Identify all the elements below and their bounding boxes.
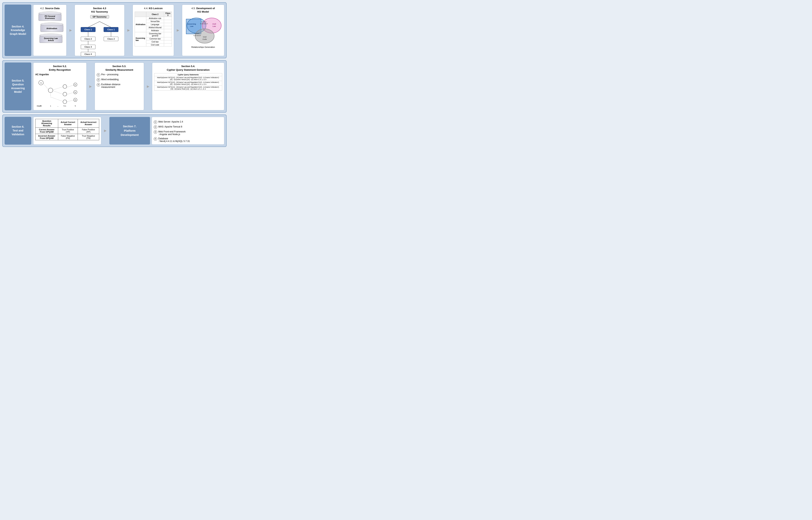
section-6-qa-table: QuestionAnsweringResults Actual CorrectA… xyxy=(33,117,101,145)
svg-text:Class 1: Class 1 xyxy=(84,28,92,31)
platform-items: ① Web Server: Apache 2.4 ② WAS: Apache T… xyxy=(154,121,222,142)
svg-text:t₁: t₁ xyxy=(75,84,76,85)
svg-text:Civil: Civil xyxy=(212,23,216,25)
svg-line-43 xyxy=(51,97,63,101)
lexicon-cell: Arbitrator xyxy=(146,29,164,32)
svg-text:Class 2: Class 2 xyxy=(107,38,115,40)
lexicon-cell xyxy=(164,17,172,20)
similarity-items: ① Pre – processing ② Word embedding ③ Eu… xyxy=(97,73,142,88)
row-section5: Section 5.QuestionAnsweringModel Section… xyxy=(2,60,227,112)
arrow-42-43: ► xyxy=(68,5,73,56)
section-53: Section 5.3.Similarity Measurement ① Pre… xyxy=(95,62,144,110)
section-52-title: Section 5.2.Entity Recognition xyxy=(35,64,84,72)
qa-row2-label: Incorrect AnswerFrom GPQAM xyxy=(35,134,58,140)
lexicon-table: Class 2 Class 3 Arbitration Arbitration … xyxy=(135,11,172,47)
section-45: 4.5. Development ofKG Model xyxy=(182,5,224,56)
section6-label: Section 6.Test andValidation xyxy=(5,117,31,145)
svg-point-35 xyxy=(63,100,67,104)
cypher-query-2: Match(a{name:'GP'})-[r1]→(b:{name:'Law a… xyxy=(154,81,222,85)
section-53-title: Section 5.3.Similarity Measurement xyxy=(97,64,142,72)
svg-text:Contain: Contain xyxy=(194,33,200,34)
lexicon-cell: Language xyxy=(146,23,164,26)
row-section4: Section 4. Knowledge Graph Model 4.2. So… xyxy=(2,2,227,58)
svg-text:Class 4: Class 4 xyxy=(84,53,92,55)
relationships-label: Relationships Generation xyxy=(191,46,215,48)
cypher-query-1: Match(a{name:'GP'})-[r1]→(b:{name:'Law a… xyxy=(154,76,222,81)
section4-label: Section 4. Knowledge Graph Model xyxy=(5,5,31,56)
svg-point-32 xyxy=(48,88,53,93)
svg-text:SubClassOf: SubClassOf xyxy=(193,35,201,36)
lexicon-cell: Arbitration rule xyxy=(146,17,164,20)
lexicon-cell: Arbitral tribunal xyxy=(146,26,164,29)
main-container: Section 4. Knowledge Graph Model 4.2. So… xyxy=(2,2,227,147)
sim-item-1: ① Pre – processing xyxy=(97,73,142,77)
sim-label-2: Word embedding xyxy=(101,78,119,81)
svg-point-34 xyxy=(63,92,67,96)
taxonomy-tree-svg: Class 1 Class 1 Class 2 Class 2 xyxy=(77,20,122,54)
svg-text:Governing: Governing xyxy=(187,23,196,25)
svg-text:Class 1: Class 1 xyxy=(107,28,115,31)
lexicon-cell xyxy=(164,32,172,37)
row3-content: QuestionAnsweringResults Actual CorrectA… xyxy=(33,117,224,145)
platform-item-1: ① Web Server: Apache 2.4 xyxy=(154,121,222,124)
svg-text:t₃: t₃ xyxy=(75,99,76,101)
qa-col-results: QuestionAnsweringResults xyxy=(35,119,58,128)
cypher-table: Cypher Query Statements Match(a{name:'GP… xyxy=(154,73,222,90)
section-43: Section 4.3KG Taxonomy GP Taxonomy Class… xyxy=(75,5,125,56)
svg-text:...: ... xyxy=(57,105,58,107)
section-52: Section 5.2.Entity Recognition AC Argori… xyxy=(33,62,87,110)
lexicon-cell xyxy=(164,41,172,44)
svg-text:Law: Law xyxy=(213,25,216,27)
arrow-44-45: ► xyxy=(175,5,180,56)
platform-num-4: ④ xyxy=(154,137,157,140)
lexicon-cell: Governing law general xyxy=(146,32,164,37)
section-45-title: 4.5. Development ofKG Model xyxy=(184,7,222,14)
lexicon-cell: Venue/Site xyxy=(146,20,164,23)
algo-label: AC Argoritm xyxy=(35,73,84,76)
cypher-header: Cypher Query Statements xyxy=(154,73,222,76)
venn-diagram: Governing Law Civil Law Civil Code Conta… xyxy=(184,15,222,46)
qa-row1-label: Correct AnswerFrom GPQAM xyxy=(35,128,58,134)
qa-col-correct: Actual CorrectAnswer xyxy=(58,119,78,128)
svg-text:t₂: t₂ xyxy=(75,91,76,93)
arrow-43-44: ► xyxy=(126,5,131,56)
lexicon-cell: Civil code xyxy=(146,44,164,47)
platform-item-2: ② WAS: Apache Tomcat 8 xyxy=(154,125,222,129)
lexicon-cell: Civil law xyxy=(146,41,164,44)
section-54: Section 5.4.Cypher Query Statement Gener… xyxy=(152,62,224,110)
platform-label-3: Web Front-end Framework: Angular and Nod… xyxy=(158,130,186,136)
svg-line-1 xyxy=(100,22,111,27)
qa-results-table: QuestionAnsweringResults Actual CorrectA… xyxy=(35,119,99,140)
row-section67: Section 6.Test andValidation QuestionAns… xyxy=(2,114,227,147)
section-44-title: 4.4. KG Lexicon xyxy=(135,7,172,10)
platform-item-4: ④ Database: Neo4j 4.4.11 & MySQL 5.7.31 xyxy=(154,137,222,142)
lexicon-cell xyxy=(164,26,172,29)
svg-text:SubClassOf: SubClassOf xyxy=(200,23,208,25)
lexicon-cell xyxy=(164,29,172,32)
svg-text:Code: Code xyxy=(202,38,207,40)
section-7-content: ① Web Server: Apache 2.4 ② WAS: Apache T… xyxy=(152,117,224,145)
section-54-title: Section 5.4.Cypher Query Statement Gener… xyxy=(154,64,222,72)
svg-text:Class 3: Class 3 xyxy=(84,46,92,48)
svg-text:h: h xyxy=(75,105,76,107)
platform-label-2: WAS: Apache Tomcat 8 xyxy=(158,125,182,128)
svg-line-45 xyxy=(66,93,73,95)
sim-label-1: Pre – processing xyxy=(101,73,119,76)
arrow-6-7: ► xyxy=(103,117,108,145)
lexicon-cell xyxy=(164,20,172,23)
platform-item-3: ③ Web Front-end Framework: Angular and N… xyxy=(154,130,222,136)
qa-tp: True Positive(TP) xyxy=(58,128,78,134)
circle-num-1: ① xyxy=(97,73,100,77)
svg-line-0 xyxy=(88,22,100,27)
lexicon-row-governing: Governinglaw xyxy=(135,32,146,47)
svg-line-42 xyxy=(53,91,63,94)
section5-label: Section 5.QuestionAnsweringModel xyxy=(5,62,31,110)
lexicon-cell xyxy=(164,23,172,26)
section-42-title: 4.2. Source Data xyxy=(35,7,65,10)
svg-text:Law: Law xyxy=(190,25,194,27)
platform-num-3: ③ xyxy=(154,130,157,134)
section-44: 4.4. KG Lexicon Class 2 Class 3 Arbitrat… xyxy=(132,5,174,56)
svg-text:h-1: h-1 xyxy=(64,105,66,107)
sim-item-2: ② Word embedding xyxy=(97,78,142,82)
qa-fp: False Positive(FP) xyxy=(78,128,99,134)
